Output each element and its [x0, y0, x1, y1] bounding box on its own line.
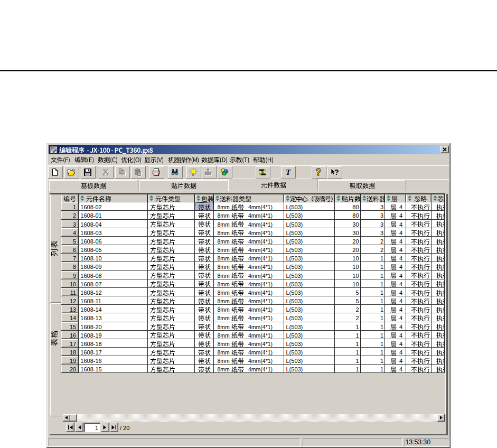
svg-text:?: ? — [334, 168, 339, 176]
svg-text:T: T — [286, 168, 291, 176]
svg-text:?: ? — [316, 168, 322, 176]
